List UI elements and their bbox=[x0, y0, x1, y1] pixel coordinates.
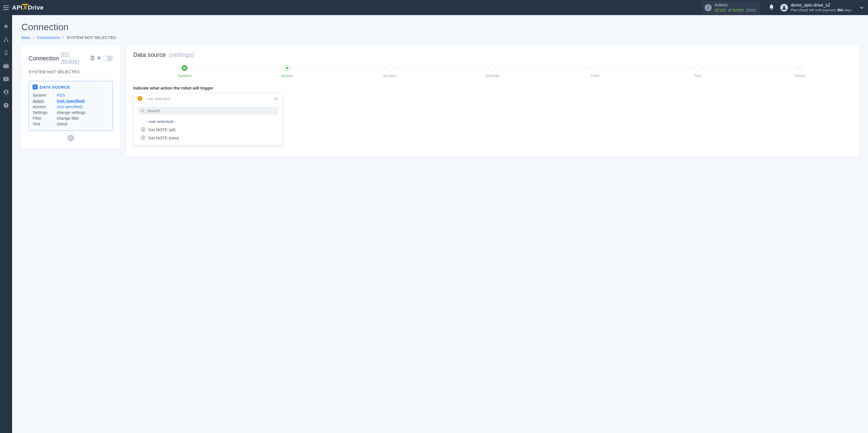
connection-id: (ID: 39306) bbox=[61, 51, 89, 65]
data-source-box[interactable]: 1 DATA SOURCE SystemRSS Action(not speci… bbox=[29, 81, 113, 131]
option-not-selected[interactable]: - not selected - bbox=[137, 117, 278, 125]
step-access[interactable]: Access bbox=[339, 65, 441, 78]
add-destination-button[interactable]: + bbox=[67, 135, 74, 141]
briefcase-icon bbox=[3, 63, 9, 68]
v-filter[interactable]: change filter bbox=[57, 116, 79, 120]
svg-rect-14 bbox=[92, 58, 93, 58]
ds-heading: Data source bbox=[133, 51, 166, 58]
plus-icon: + bbox=[69, 136, 72, 141]
ds-title: DATA SOURCE bbox=[40, 85, 70, 89]
chevron-down-icon bbox=[860, 7, 864, 9]
action-dropdown[interactable]: ! - not selected - - not selected - bbox=[133, 93, 282, 145]
data-source-panel: Data source (settings) System Action Acc… bbox=[126, 45, 859, 156]
svg-point-3 bbox=[783, 6, 785, 8]
sidebar-tools[interactable] bbox=[3, 63, 9, 69]
menu-toggle[interactable] bbox=[0, 0, 12, 15]
document-icon bbox=[91, 56, 95, 60]
actions-limit: 50'000 bbox=[732, 8, 744, 12]
option-get-note-new[interactable]: Get NOTE (new) bbox=[137, 134, 278, 142]
sidebar-billing[interactable] bbox=[3, 50, 9, 56]
svg-rect-4 bbox=[5, 37, 7, 38]
actions-of: of bbox=[727, 8, 732, 12]
wizard-steps: System Action Access Settings Filter Tes… bbox=[133, 65, 851, 78]
dropdown-body: - not selected - Get NOTE (all) Get NOTE… bbox=[133, 104, 282, 145]
v-action[interactable]: (not specified) bbox=[57, 98, 85, 103]
actions-label: Actions: bbox=[714, 2, 756, 7]
instruction-label: Indicate what action the robot will trig… bbox=[133, 86, 851, 90]
svg-point-16 bbox=[141, 109, 144, 112]
k-settings: Settings bbox=[33, 110, 57, 115]
sidebar-connections[interactable] bbox=[3, 36, 9, 42]
hamburger-icon bbox=[3, 5, 9, 10]
option-get-note-all[interactable]: Get NOTE (all) bbox=[137, 125, 278, 134]
v-test[interactable]: check bbox=[57, 121, 67, 126]
step-action[interactable]: Action bbox=[236, 65, 338, 78]
svg-rect-6 bbox=[7, 40, 8, 42]
svg-point-10 bbox=[5, 91, 7, 92]
actions-summary[interactable]: i Actions: 25'163 of 50'000 (50%) bbox=[702, 1, 760, 14]
dropdown-selected: - not selected - bbox=[145, 96, 172, 101]
k-action: Action bbox=[33, 98, 57, 103]
svg-rect-15 bbox=[92, 59, 93, 59]
sitemap-icon bbox=[3, 37, 9, 42]
play-icon bbox=[141, 135, 146, 140]
sidebar-video[interactable] bbox=[3, 76, 9, 82]
search-input[interactable] bbox=[147, 108, 275, 113]
step-system[interactable]: System bbox=[133, 65, 236, 78]
connection-panel: Connection (ID: 39306) SYSTEM NOT SELECT… bbox=[21, 45, 120, 148]
sidebar-account[interactable] bbox=[3, 89, 9, 95]
question-icon: ? bbox=[3, 103, 9, 108]
bell-icon bbox=[769, 4, 774, 10]
info-icon: i bbox=[705, 4, 712, 11]
step-settings[interactable]: Settings bbox=[441, 65, 544, 78]
copy-button[interactable] bbox=[91, 56, 95, 61]
svg-line-17 bbox=[144, 111, 145, 113]
search-icon bbox=[141, 109, 145, 113]
breadcrumb-main[interactable]: Main bbox=[21, 35, 30, 40]
warning-icon: ! bbox=[137, 96, 142, 101]
step-test[interactable]: Test bbox=[646, 65, 749, 78]
logo[interactable]: API X Drive bbox=[12, 4, 43, 11]
v-system[interactable]: RSS bbox=[57, 93, 65, 97]
k-filter: Filter bbox=[33, 116, 57, 120]
dropdown-search[interactable] bbox=[137, 107, 278, 115]
main-content: Connection Main / Connections / SYSTEM N… bbox=[12, 15, 868, 433]
ds-heading-sub: (settings) bbox=[167, 51, 194, 58]
user-icon bbox=[3, 89, 9, 95]
actions-pct: (50%) bbox=[745, 8, 756, 12]
sidebar-help[interactable]: ? bbox=[3, 103, 9, 108]
breadcrumb: Main / Connections / SYSTEM NOT SELECTED bbox=[21, 35, 859, 40]
ds-badge: 1 bbox=[33, 85, 37, 89]
logo-part3: Drive bbox=[28, 4, 43, 11]
user-plan: Plan |Start| left until payment 352 days bbox=[791, 8, 851, 12]
k-test: Test bbox=[33, 121, 57, 126]
dropdown-head[interactable]: ! - not selected - bbox=[133, 93, 282, 104]
v-access[interactable]: (not specified) bbox=[57, 104, 83, 109]
user-menu-chevron[interactable] bbox=[860, 5, 864, 10]
user-menu[interactable]: demo_apix-drive_s2 Plan |Start| left unt… bbox=[780, 2, 851, 12]
step-filter[interactable]: Filter bbox=[544, 65, 646, 78]
svg-marker-19 bbox=[143, 129, 144, 131]
play-icon bbox=[141, 127, 146, 132]
connection-title: Connection bbox=[29, 55, 59, 62]
v-settings[interactable]: change settings bbox=[57, 110, 86, 115]
svg-marker-21 bbox=[143, 137, 144, 139]
logo-part2: X bbox=[23, 4, 27, 11]
settings-button[interactable] bbox=[96, 56, 101, 61]
avatar-icon bbox=[780, 4, 788, 11]
gear-icon bbox=[96, 56, 101, 60]
breadcrumb-connections[interactable]: Connections bbox=[37, 35, 60, 40]
sidebar: ? bbox=[0, 15, 12, 433]
dollar-icon bbox=[4, 50, 8, 55]
k-system: System bbox=[33, 93, 57, 97]
youtube-icon bbox=[3, 77, 9, 81]
svg-rect-5 bbox=[4, 40, 5, 42]
svg-rect-13 bbox=[92, 57, 93, 58]
step-finish[interactable]: Finish bbox=[749, 65, 851, 78]
connection-toggle[interactable] bbox=[102, 56, 113, 61]
breadcrumb-current: SYSTEM NOT SELECTED bbox=[67, 35, 116, 40]
notifications-button[interactable] bbox=[769, 4, 774, 11]
logo-part1: API bbox=[12, 4, 23, 11]
sidebar-home[interactable] bbox=[3, 23, 9, 29]
k-access: Access bbox=[33, 104, 57, 109]
